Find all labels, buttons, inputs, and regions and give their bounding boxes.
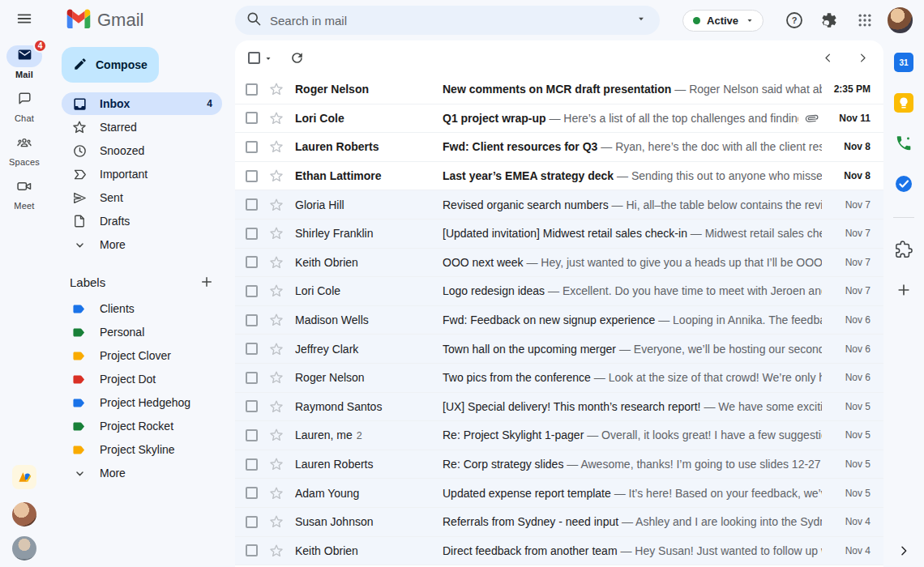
workspace-addon-logo[interactable] bbox=[12, 465, 36, 489]
email-row[interactable]: Lauren RobertsFwd: Client resources for … bbox=[235, 133, 883, 162]
search-bar[interactable] bbox=[235, 6, 660, 35]
select-checkbox[interactable] bbox=[246, 141, 258, 153]
select-all-checkbox[interactable] bbox=[248, 52, 260, 64]
star-icon[interactable] bbox=[268, 312, 284, 328]
rail-item-mail[interactable]: 4Mail bbox=[6, 45, 42, 79]
label-item-project-clover[interactable]: Project Clover bbox=[62, 344, 222, 367]
star-icon[interactable] bbox=[268, 341, 284, 357]
refresh-button[interactable] bbox=[289, 50, 305, 66]
google-calendar-icon[interactable]: 31 bbox=[893, 52, 914, 73]
label-item-project-dot[interactable]: Project Dot bbox=[62, 368, 222, 390]
email-subject: Fwd: Feedback on new signup experience bbox=[443, 313, 655, 326]
google-keep-icon[interactable] bbox=[893, 92, 914, 113]
email-row[interactable]: Raymond Santos[UX] Special delivery! Thi… bbox=[235, 393, 883, 422]
label-item-clients[interactable]: Clients bbox=[62, 297, 222, 320]
select-checkbox[interactable] bbox=[246, 198, 258, 211]
select-checkbox[interactable] bbox=[246, 372, 258, 384]
select-checkbox[interactable] bbox=[246, 83, 258, 96]
google-voice-icon[interactable] bbox=[893, 133, 914, 154]
label-item-project-rocket[interactable]: Project Rocket bbox=[62, 415, 222, 437]
sidebar-item-sent[interactable]: Sent bbox=[62, 186, 222, 209]
email-row[interactable]: Adam YoungUpdated expense report templat… bbox=[235, 479, 883, 508]
show-side-panel-button[interactable] bbox=[897, 544, 910, 557]
label-name: Project Clover bbox=[100, 349, 212, 362]
email-row[interactable]: Shirley Franklin[Updated invitation] Mid… bbox=[235, 220, 883, 249]
select-checkbox[interactable] bbox=[246, 314, 258, 326]
star-icon[interactable] bbox=[268, 81, 284, 97]
email-row[interactable]: Lori ColeLogo redesign ideas — Excellent… bbox=[235, 277, 883, 306]
account-avatar[interactable] bbox=[888, 7, 913, 33]
select-checkbox[interactable] bbox=[246, 429, 258, 441]
select-checkbox[interactable] bbox=[246, 112, 258, 124]
star-icon[interactable] bbox=[268, 514, 284, 530]
email-row[interactable]: Jeffrey ClarkTown hall on the upcoming m… bbox=[235, 335, 883, 364]
star-icon[interactable] bbox=[268, 197, 284, 213]
select-checkbox[interactable] bbox=[246, 544, 258, 556]
rail-item-spaces[interactable]: Spaces bbox=[6, 133, 42, 167]
add-label-button[interactable] bbox=[199, 275, 214, 289]
label-item-personal[interactable]: Personal bbox=[62, 321, 222, 343]
email-row[interactable]: Lori ColeQ1 project wrap-up — Here’s a l… bbox=[235, 104, 883, 134]
email-row[interactable]: Roger NelsonTwo pics from the conference… bbox=[235, 364, 883, 393]
select-checkbox[interactable] bbox=[246, 487, 258, 499]
select-checkbox[interactable] bbox=[246, 285, 258, 297]
sidebar-item-drafts[interactable]: Drafts bbox=[62, 210, 222, 232]
sidebar-item-important[interactable]: Important bbox=[62, 163, 222, 185]
search-input[interactable] bbox=[270, 14, 627, 28]
help-button[interactable]: ? bbox=[783, 9, 806, 32]
email-row[interactable]: Lauren, me2Re: Project Skylight 1-pager … bbox=[235, 421, 883, 450]
sidebar-item-starred[interactable]: Starred bbox=[62, 116, 222, 139]
labels-more[interactable]: More bbox=[62, 462, 222, 484]
get-addons-icon[interactable] bbox=[893, 239, 914, 260]
older-page-button[interactable] bbox=[857, 52, 869, 64]
google-tasks-icon[interactable] bbox=[893, 173, 914, 194]
main-menu-button[interactable] bbox=[0, 0, 49, 40]
contact-avatar[interactable] bbox=[12, 502, 36, 526]
select-checkbox[interactable] bbox=[246, 228, 258, 240]
sidebar-item-snoozed[interactable]: Snoozed bbox=[62, 139, 222, 162]
sidebar-item-more[interactable]: More bbox=[62, 233, 222, 256]
star-icon[interactable] bbox=[268, 399, 284, 415]
select-checkbox[interactable] bbox=[246, 400, 258, 412]
email-row[interactable]: Ethan LattimoreLast year’s EMEA strategy… bbox=[235, 162, 883, 191]
sidebar-item-inbox[interactable]: Inbox4 bbox=[62, 92, 222, 115]
select-checkbox[interactable] bbox=[246, 516, 258, 528]
email-row[interactable]: Keith ObrienOOO next week — Hey, just wa… bbox=[235, 249, 883, 278]
star-icon[interactable] bbox=[268, 139, 284, 155]
email-row[interactable]: Roger NelsonNew comments on MCR draft pr… bbox=[235, 75, 883, 104]
select-checkbox[interactable] bbox=[246, 256, 258, 268]
rail-item-chat[interactable]: Chat bbox=[6, 89, 42, 123]
google-apps-button[interactable] bbox=[853, 9, 876, 32]
star-icon[interactable] bbox=[268, 254, 284, 271]
select-checkbox[interactable] bbox=[246, 343, 258, 355]
email-row[interactable]: Keith ObrienDirect feedback from another… bbox=[235, 537, 883, 566]
star-icon[interactable] bbox=[268, 456, 284, 472]
select-options-caret-icon[interactable] bbox=[263, 53, 273, 63]
email-row[interactable]: Madison WellsFwd: Feedback on new signup… bbox=[235, 306, 883, 335]
compose-button[interactable]: Compose bbox=[62, 47, 159, 83]
gmail-app: 4MailChatSpacesMeet Gmail bbox=[0, 0, 924, 567]
email-row[interactable]: Susan JohnsonReferrals from Sydney - nee… bbox=[235, 508, 883, 537]
star-icon[interactable] bbox=[268, 427, 284, 443]
star-icon[interactable] bbox=[268, 369, 284, 386]
select-checkbox[interactable] bbox=[246, 170, 258, 182]
star-icon[interactable] bbox=[268, 283, 284, 299]
rail-item-meet[interactable]: Meet bbox=[6, 177, 42, 211]
settings-button[interactable] bbox=[819, 9, 841, 32]
label-tag-icon bbox=[71, 347, 88, 364]
availability-status-chip[interactable]: Active bbox=[682, 10, 764, 32]
contact-avatar[interactable] bbox=[12, 536, 36, 561]
select-checkbox[interactable] bbox=[246, 458, 258, 471]
label-item-project-hedgehog[interactable]: Project Hedgehog bbox=[62, 391, 222, 414]
search-options-caret-icon[interactable] bbox=[635, 13, 647, 28]
newer-page-button[interactable] bbox=[822, 52, 834, 64]
label-item-project-skyline[interactable]: Project Skyline bbox=[62, 438, 222, 461]
email-row[interactable]: Gloria HillRevised organic search number… bbox=[235, 190, 883, 220]
add-panel-app-icon[interactable] bbox=[893, 279, 914, 301]
star-icon[interactable] bbox=[268, 110, 284, 126]
star-icon[interactable] bbox=[268, 543, 284, 559]
star-icon[interactable] bbox=[268, 168, 284, 184]
star-icon[interactable] bbox=[268, 485, 284, 501]
star-icon[interactable] bbox=[268, 225, 284, 241]
email-row[interactable]: Lauren RobertsRe: Corp strategy slides —… bbox=[235, 450, 883, 480]
